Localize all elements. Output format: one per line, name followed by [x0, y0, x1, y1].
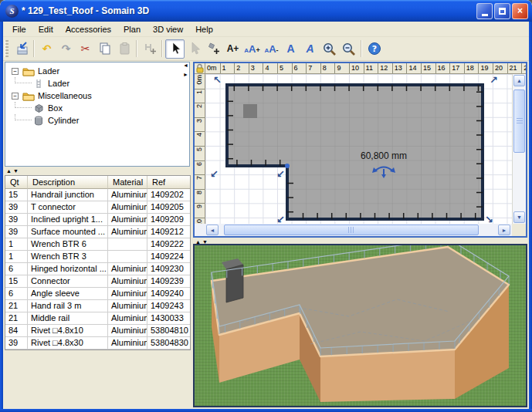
table-row[interactable]: 1Wrench BTR 31409224: [5, 251, 190, 263]
lock-icon: [195, 63, 204, 73]
bold-button[interactable]: A: [281, 39, 300, 59]
table-row[interactable]: 21Hand rail 3 mAluminium1409243: [5, 300, 190, 312]
splitter-down-icon[interactable]: ▼: [202, 238, 208, 244]
corner-resize-arrow[interactable]: ↖: [213, 74, 222, 86]
tree-table-splitter[interactable]: ▲ ▼: [5, 167, 190, 174]
add-text-button[interactable]: A+: [223, 39, 242, 59]
scroll-right-button[interactable]: ►: [498, 225, 510, 235]
add-accessory-button[interactable]: [204, 39, 223, 59]
plan-3d-splitter[interactable]: ▲ ▼: [195, 238, 242, 244]
tree-item-miscellaneous[interactable]: −Miscellaneous: [5, 89, 189, 102]
splitter-right-icon[interactable]: ►: [183, 71, 191, 78]
zoom-in-button[interactable]: [320, 39, 339, 59]
tree-item-lader[interactable]: Lader: [5, 77, 189, 89]
h-ruler-tick: 9: [334, 63, 349, 74]
table-row[interactable]: 15Handrail junctionAluminium1409202: [5, 189, 190, 201]
font-increase-button[interactable]: AA+: [242, 39, 262, 59]
vertical-ruler: 0m1234567891011: [195, 74, 205, 224]
scroll-down-button[interactable]: ▼: [513, 211, 525, 223]
corner-resize-arrow[interactable]: ↙: [276, 168, 285, 180]
table-row[interactable]: 21Middle railAluminium1430033: [5, 312, 190, 325]
maximize-button[interactable]: [494, 3, 510, 19]
cell-description: Wrench BTR 3: [28, 251, 108, 263]
splitter-up-icon[interactable]: ▲: [195, 238, 201, 244]
undo-button[interactable]: ↶: [37, 39, 56, 59]
scroll-up-button[interactable]: ▲: [513, 75, 525, 86]
menu-item-plan[interactable]: Plan: [117, 23, 147, 35]
copy-icon: [98, 42, 112, 56]
zoom-out-button[interactable]: [339, 39, 358, 59]
horizontal-scroll-thumb[interactable]: [224, 225, 479, 235]
scroll-left-button[interactable]: ◄: [206, 225, 219, 235]
minimize-icon: [482, 14, 488, 16]
corner-resize-arrow[interactable]: ↙: [210, 168, 219, 180]
italic-button[interactable]: A: [300, 39, 320, 59]
title-bar[interactable]: S * 129_Test_Roof - Somain 3D ×: [0, 0, 532, 22]
column-header-description[interactable]: Description: [28, 176, 108, 189]
tree-item-box[interactable]: Box: [5, 102, 189, 114]
column-header-ref[interactable]: Ref: [147, 176, 190, 189]
expand-toggle[interactable]: −: [12, 93, 19, 100]
close-button[interactable]: ×: [512, 3, 528, 19]
export-plan-icon: [14, 41, 29, 56]
tree-item-lader[interactable]: −Lader: [5, 65, 189, 77]
cell-material: Aluminium: [108, 226, 147, 238]
parts-table: QtDescriptionMaterialRef 15Handrail junc…: [5, 175, 191, 350]
menu-item-file[interactable]: File: [6, 23, 32, 35]
column-header-material[interactable]: Material: [108, 176, 147, 189]
pan-button[interactable]: [185, 39, 204, 59]
table-row[interactable]: 15ConnectorAluminium1409239: [5, 275, 190, 288]
cell-description: Middle rail: [28, 312, 108, 325]
paste-button[interactable]: [114, 39, 134, 59]
plan-vertical-scrollbar[interactable]: ▲ ▼: [512, 74, 526, 224]
corner-resize-arrow[interactable]: ↙: [276, 214, 285, 224]
splitter-down-icon[interactable]: ▼: [13, 167, 19, 174]
table-row[interactable]: 6Angle sleeveAluminium1409240: [5, 288, 190, 300]
add-component-button[interactable]: [140, 39, 159, 59]
table-row[interactable]: 6Hinged horizontal ...Aluminium1409230: [5, 263, 190, 275]
tree-item-cylinder[interactable]: Cylinder: [5, 114, 189, 127]
corner-resize-arrow[interactable]: ↗: [490, 74, 498, 86]
toolbar-separator: [33, 40, 35, 57]
copy-button[interactable]: [95, 39, 114, 59]
menu-item-help[interactable]: Help: [189, 23, 219, 35]
select-button[interactable]: [165, 39, 185, 59]
menu-item-accessories[interactable]: Accessories: [59, 23, 117, 35]
menu-item-3d-view[interactable]: 3D view: [147, 23, 189, 35]
cut-button[interactable]: ✂: [76, 39, 95, 59]
export-plan-button[interactable]: [12, 39, 31, 59]
v-ruler-tick: 0m: [195, 74, 205, 89]
vertex-handle-dot[interactable]: [285, 164, 290, 168]
table-row[interactable]: 84Rivet □4.8x10Aluminium53804810: [5, 325, 190, 337]
menu-item-edit[interactable]: Edit: [32, 23, 59, 35]
roof-outline-shape[interactable]: [227, 85, 483, 219]
minimize-button[interactable]: [476, 3, 493, 19]
plan-canvas[interactable]: ↖↗↙↙↙↘60,800 mm: [205, 74, 512, 224]
toolbar-grip[interactable]: [5, 40, 8, 57]
scrollbar-corner: [512, 224, 526, 236]
table-row[interactable]: 1Wrench BTR 61409222: [5, 238, 190, 251]
redo-button[interactable]: ↷: [56, 39, 76, 59]
cell-ref: 1430033: [147, 312, 190, 325]
splitter-left-icon[interactable]: ◄: [183, 62, 191, 69]
cell-description: Wrench BTR 6: [28, 238, 108, 251]
cell-description: Hand rail 3 m: [28, 300, 108, 312]
vertical-scroll-thumb[interactable]: [513, 89, 525, 153]
font-decrease-button[interactable]: AA-: [262, 39, 281, 59]
column-header-qt[interactable]: Qt: [5, 176, 28, 189]
font-decrease-icon: AA-: [264, 44, 278, 54]
roof-access-box[interactable]: [243, 104, 257, 118]
table-row[interactable]: 39Inclined upright 1...Aluminium1409209: [5, 214, 190, 226]
table-row[interactable]: 39Rivet □4.8x30Aluminium53804830: [5, 337, 190, 350]
horizontal-ruler: 0m1234567891011121314151617181920212223: [205, 63, 526, 74]
3d-view-panel[interactable]: [193, 244, 527, 407]
table-row[interactable]: 39T connectorAluminium1409205: [5, 201, 190, 214]
expand-toggle[interactable]: −: [12, 68, 19, 75]
table-row[interactable]: 39Surface mounted ...Aluminium1409212: [5, 226, 190, 238]
splitter-up-icon[interactable]: ▲: [6, 167, 12, 174]
help-button[interactable]: ?: [364, 39, 384, 59]
plan-horizontal-scrollbar[interactable]: ◄ ►: [195, 224, 512, 236]
corner-resize-arrow[interactable]: ↘: [485, 214, 493, 224]
cell-description: Hinged horizontal ...: [28, 263, 108, 275]
left-right-splitter[interactable]: ◄ ►: [183, 62, 191, 85]
